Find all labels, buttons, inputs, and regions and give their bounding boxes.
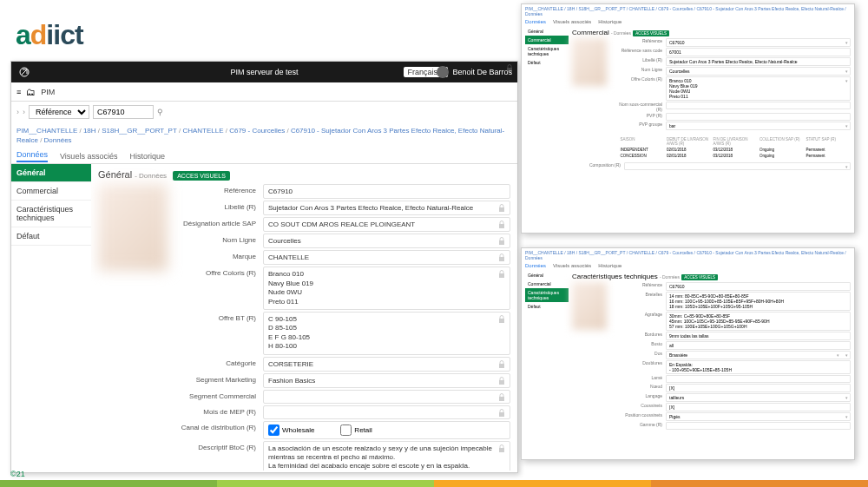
field-bt[interactable]: C 90-105 D 85-105 E F G 80-105 H 80-100 bbox=[263, 312, 510, 355]
svg-rect-6 bbox=[499, 319, 504, 323]
panel1-breadcrumb: PIM__CHANTELLE / 18H / S18H__GR__PORT_PT… bbox=[522, 4, 854, 18]
svg-rect-5 bbox=[499, 273, 504, 278]
sidemenu-defaut[interactable]: Défaut bbox=[11, 227, 91, 246]
footer-stripe bbox=[0, 480, 868, 487]
brand-logo: adiict bbox=[16, 19, 83, 51]
panel2-thumbnail bbox=[572, 282, 607, 330]
field-reference[interactable]: C67910 bbox=[263, 184, 510, 199]
app-logo-icon bbox=[18, 66, 37, 78]
titlebar: PIM serveur de test Français▾ Benoit De … bbox=[11, 62, 517, 82]
hamburger-icon[interactable]: ≡ bbox=[16, 88, 21, 96]
avatar bbox=[437, 66, 449, 78]
lock-icon bbox=[497, 237, 506, 246]
search-row: › › Référence ⚲ bbox=[11, 102, 517, 122]
reference-input[interactable] bbox=[93, 105, 154, 119]
lock-icon bbox=[497, 377, 506, 385]
sidemenu: Général Commercial Caractéristiques tech… bbox=[11, 164, 91, 471]
briefcase-icon[interactable]: 🗂 bbox=[26, 87, 36, 97]
field-designation[interactable]: CO SOUT CDM AROS REALCE PLOINGEANT bbox=[263, 217, 510, 232]
svg-rect-10 bbox=[499, 412, 504, 417]
chevron-right-icon[interactable]: › bbox=[16, 108, 19, 116]
field-categorie[interactable]: CORSETERIE bbox=[263, 357, 510, 372]
field-segment-marketing[interactable]: Fashion Basics bbox=[263, 373, 510, 388]
svg-rect-12 bbox=[499, 448, 504, 452]
window-title: PIM serveur de test bbox=[230, 68, 298, 76]
panel2-tabs: Données Visuels associés Historique bbox=[522, 262, 854, 269]
tab-visuels[interactable]: Visuels associés bbox=[60, 152, 117, 161]
chevron-right-icon[interactable]: › bbox=[23, 108, 25, 116]
lock-icon bbox=[497, 409, 506, 418]
product-thumbnail bbox=[98, 184, 168, 271]
sidemenu-general[interactable]: Général bbox=[11, 164, 91, 182]
svg-rect-2 bbox=[499, 224, 504, 228]
field-marque[interactable]: CHANTELLE bbox=[263, 250, 510, 265]
svg-rect-7 bbox=[499, 364, 504, 368]
field-nomligne[interactable]: Courcelles bbox=[263, 234, 510, 248]
reference-type-select[interactable]: Référence bbox=[29, 105, 89, 119]
panel-caracteristiques: PIM__CHANTELLE / 18H / S18H__GR__PORT_PT… bbox=[521, 247, 855, 460]
toolbar: ≡ 🗂 PIM bbox=[11, 82, 517, 102]
panel-commercial: PIM__CHANTELLE / 18H / S18H__GR__PORT_PT… bbox=[521, 3, 855, 234]
panel1-tabs: Données Visuels associés Historique bbox=[522, 18, 854, 25]
tab-donnees[interactable]: Données bbox=[16, 150, 48, 162]
lock-icon bbox=[497, 220, 506, 229]
field-mois-mep[interactable] bbox=[263, 405, 510, 419]
wholesale-checkbox[interactable] bbox=[268, 424, 279, 436]
lock-icon bbox=[497, 360, 506, 369]
acces-visuels-badge[interactable]: ACCES VISUELS bbox=[173, 171, 230, 181]
lock-icon bbox=[497, 270, 506, 279]
panel1-table: SAISON DEBUT DE LIVRAISON A/W/S (R) FIN … bbox=[572, 136, 851, 159]
tabs: Données Visuels associés Historique bbox=[11, 148, 517, 164]
lock-icon bbox=[497, 253, 506, 262]
sidemenu-commercial[interactable]: Commercial bbox=[11, 182, 91, 201]
footer-logo: ©21 bbox=[10, 470, 25, 478]
sidemenu-caracteristiques[interactable]: Caractéristiques techniques bbox=[11, 201, 91, 227]
lock-icon bbox=[497, 444, 506, 453]
panel1-thumbnail bbox=[572, 38, 607, 86]
field-libelle[interactable]: Sujetador Con Aros 3 Partes Efecto Realc… bbox=[263, 201, 510, 215]
field-btoc[interactable]: La asociación de un escote realzado y se… bbox=[263, 441, 510, 471]
lock-icon bbox=[497, 315, 506, 324]
svg-rect-4 bbox=[499, 257, 504, 261]
field-coloris[interactable]: Branco 010 Navy Blue 019 Nude 0WU Preto … bbox=[263, 267, 510, 310]
main-window: PIM serveur de test Français▾ Benoit De … bbox=[10, 61, 518, 473]
svg-rect-3 bbox=[499, 240, 504, 245]
search-icon[interactable]: ⚲ bbox=[157, 108, 163, 116]
lock-icon bbox=[497, 204, 506, 213]
main-content: Général - Données ACCES VISUELS Référenc… bbox=[91, 164, 517, 471]
field-canal[interactable]: Wholesale Retail bbox=[263, 421, 510, 439]
svg-rect-8 bbox=[499, 380, 504, 385]
pim-label: PIM bbox=[41, 88, 55, 96]
panel2-breadcrumb: PIM__CHANTELLE / 18H / S18H__GR__PORT_PT… bbox=[522, 248, 854, 262]
svg-rect-9 bbox=[499, 397, 504, 401]
field-segment-commercial[interactable] bbox=[263, 390, 510, 404]
svg-rect-1 bbox=[499, 207, 504, 212]
lock-icon bbox=[497, 393, 506, 402]
breadcrumb: PIM__CHANTELLE / 18H / S18H__GR__PORT_PT… bbox=[11, 122, 517, 148]
section-title: Général - Données ACCES VISUELS bbox=[98, 169, 510, 181]
user-menu[interactable]: Benoit De Barros bbox=[437, 66, 512, 78]
retail-checkbox[interactable] bbox=[340, 424, 352, 436]
tab-historique[interactable]: Historique bbox=[129, 152, 165, 161]
